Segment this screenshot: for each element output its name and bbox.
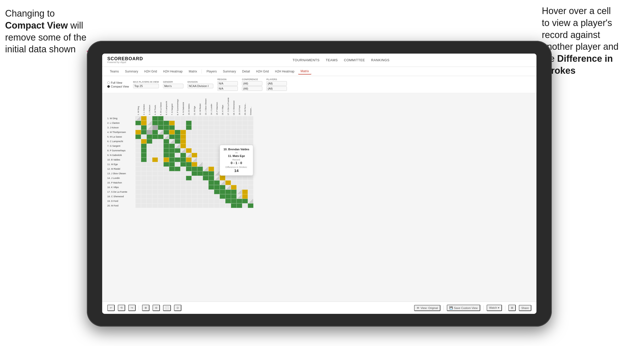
grid-cell-r1-c10[interactable] (186, 116, 192, 121)
grid-cell-r14-c4[interactable] (152, 176, 158, 180)
grid-cell-r14-c5[interactable] (158, 176, 163, 180)
grid-cell-r19-c12[interactable] (197, 199, 203, 203)
grid-cell-r1-c12[interactable] (197, 116, 203, 121)
grid-cell-r5-c5[interactable] (158, 134, 163, 139)
grid-cell-r11-c1[interactable] (135, 162, 141, 167)
grid-cell-r19-c5[interactable] (158, 199, 163, 203)
conference-select2[interactable]: (All) (242, 86, 262, 91)
grid-cell-r14-c10[interactable] (186, 176, 192, 180)
grid-cell-r6-c3[interactable] (147, 139, 152, 144)
grid-cell-r18-c9[interactable] (180, 194, 186, 199)
grid-cell-r13-c3[interactable] (147, 171, 152, 176)
grid-cell-r4-c16[interactable] (220, 130, 225, 134)
grid-cell-r8-c13[interactable] (203, 148, 208, 153)
grid-cell-r10-c1[interactable] (135, 157, 141, 162)
grid-cell-r7-c11[interactable] (192, 144, 197, 148)
grid-cell-r5-c7[interactable] (169, 134, 175, 139)
grid-cell-r19-c18[interactable] (231, 199, 237, 203)
grid-cell-r2-c19[interactable] (237, 121, 242, 125)
grid-cell-r11-c2[interactable] (141, 162, 147, 167)
sub-nav-h2h-heatmap1[interactable]: H2H Heatmap (161, 69, 185, 74)
grid-cell-r6-c8[interactable] (175, 139, 180, 144)
grid-cell-r4-c2[interactable] (141, 130, 147, 134)
grid-cell-r4-c4[interactable] (152, 130, 158, 134)
grid-cell-r6-c9[interactable] (180, 139, 186, 144)
grid-cell-r18-c21[interactable] (248, 194, 253, 199)
grid-cell-r16-c13[interactable] (203, 185, 208, 190)
grid-cell-r10-c13[interactable] (203, 157, 208, 162)
grid-cell-r18-c16[interactable] (220, 194, 225, 199)
grid-cell-r8-c3[interactable] (147, 148, 152, 153)
grid-cell-r2-c12[interactable] (197, 121, 203, 125)
grid-cell-r20-c11[interactable] (192, 203, 197, 208)
grid-cell-r17-c18[interactable] (231, 190, 237, 194)
grid-cell-r5-c1[interactable] (135, 134, 141, 139)
grid-cell-r17-c9[interactable] (180, 190, 186, 194)
grid-cell-r16-c9[interactable] (180, 185, 186, 190)
division-select[interactable]: NCAA Division I (188, 84, 213, 88)
grid-cell-r9-c12[interactable] (197, 153, 203, 157)
grid-cell-r7-c1[interactable] (135, 144, 141, 148)
grid-cell-r6-c16[interactable] (220, 139, 225, 144)
grid-cell-r20-c13[interactable] (203, 203, 208, 208)
grid-cell-r19-c19[interactable] (237, 199, 242, 203)
sub-nav-h2h-grid2[interactable]: H2H Grid (253, 69, 271, 74)
grid-cell-r16-c4[interactable] (152, 185, 158, 190)
grid-cell-r18-c13[interactable] (203, 194, 208, 199)
grid-cell-r6-c14[interactable] (208, 139, 214, 144)
grid-cell-r11-c12[interactable] (197, 162, 203, 167)
max-players-select[interactable]: Top 25 (133, 84, 159, 88)
grid-cell-r6-c5[interactable] (158, 139, 163, 144)
grid-cell-r13-c11[interactable] (192, 171, 197, 176)
grid-cell-r10-c6[interactable] (163, 157, 169, 162)
grid-cell-r6-c19[interactable] (237, 139, 242, 144)
grid-cell-r15-c14[interactable] (208, 180, 214, 185)
grid-cell-r7-c3[interactable] (147, 144, 152, 148)
grid-cell-r8-c8[interactable] (175, 148, 180, 153)
grid-cell-r20-c9[interactable] (180, 203, 186, 208)
grid-cell-r4-c7[interactable] (169, 130, 175, 134)
grid-cell-r12-c13[interactable] (203, 167, 208, 171)
grid-cell-r12-c7[interactable] (169, 167, 175, 171)
grid-cell-r7-c13[interactable] (203, 144, 208, 148)
grid-cell-r9-c5[interactable] (158, 153, 163, 157)
grid-cell-r17-c16[interactable] (220, 190, 225, 194)
grid-cell-r5-c12[interactable] (197, 134, 203, 139)
grid-cell-r4-c1[interactable] (135, 130, 141, 134)
grid-cell-r4-c11[interactable] (192, 130, 197, 134)
grid-cell-r3-c8[interactable] (175, 125, 180, 130)
grid-cell-r7-c14[interactable] (208, 144, 214, 148)
grid-cell-r2-c5[interactable] (158, 121, 163, 125)
grid-cell-r8-c5[interactable] (158, 148, 163, 153)
grid-cell-r14-c6[interactable] (163, 176, 169, 180)
grid-cell-r20-c20[interactable] (242, 203, 248, 208)
grid-cell-r13-c9[interactable] (180, 171, 186, 176)
grid-cell-r12-c5[interactable] (158, 167, 163, 171)
grid-cell-r15-c11[interactable] (192, 180, 197, 185)
grid-cell-r6-c10[interactable] (186, 139, 192, 144)
grid-cell-r12-c10[interactable] (186, 167, 192, 171)
grid-cell-r16-c15[interactable] (214, 185, 220, 190)
grid-cell-r11-c5[interactable] (158, 162, 163, 167)
grid-cell-r15-c4[interactable] (152, 180, 158, 185)
zoom-button[interactable]: ⊕ (142, 305, 149, 311)
nav-rankings[interactable]: RANKINGS (371, 58, 390, 62)
grid-cell-r18-c6[interactable] (163, 194, 169, 199)
grid-cell-r13-c12[interactable] (197, 171, 203, 176)
grid-cell-r15-c10[interactable] (186, 180, 192, 185)
grid-cell-r3-c4[interactable] (152, 125, 158, 130)
sub-nav-h2h-heatmap2[interactable]: H2H Heatmap (272, 69, 297, 74)
grid-cell-r2-c21[interactable] (248, 121, 253, 125)
view-original-button[interactable]: 👁 View: Original (414, 305, 440, 311)
grid-cell-r19-c4[interactable] (152, 199, 158, 203)
grid-cell-r15-c1[interactable] (135, 180, 141, 185)
grid-cell-r7-c2[interactable] (141, 144, 147, 148)
grid-cell-r1-c14[interactable] (208, 116, 214, 121)
grid-cell-r4-c15[interactable] (214, 130, 220, 134)
grid-cell-r17-c13[interactable] (203, 190, 208, 194)
grid-cell-r18-c10[interactable] (186, 194, 192, 199)
grid-cell-r10-c9[interactable] (180, 157, 186, 162)
grid-cell-r8-c10[interactable] (186, 148, 192, 153)
grid-cell-r6-c7[interactable] (169, 139, 175, 144)
full-view-option[interactable]: Full View (107, 81, 129, 84)
